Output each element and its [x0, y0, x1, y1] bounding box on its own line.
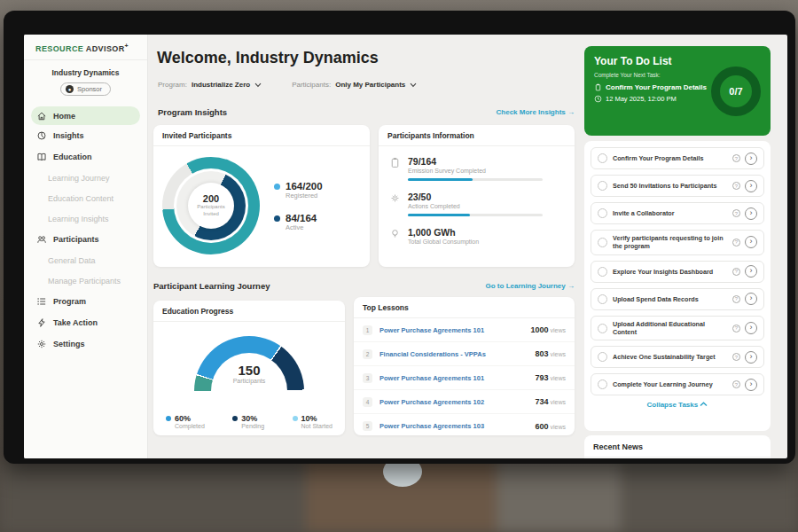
not-started-dot — [293, 416, 298, 421]
task-label: Explore Your Insights Dashboard — [613, 268, 727, 276]
views-count: 600 — [535, 422, 548, 431]
lesson-link[interactable]: Power Purchase Agreements 102 — [379, 398, 533, 406]
next-due-row: 12 May 2025, 12:00 PM — [594, 95, 707, 103]
chevron-right-button[interactable]: › — [745, 379, 757, 391]
sidebar-item-education[interactable]: Education — [24, 146, 147, 168]
task-row: Upload Additional Educational Content ? … — [591, 316, 764, 341]
sidebar-item-education-content[interactable]: Education Content — [24, 188, 147, 208]
gauge-legend: 60% Completed 30% Pending 10% Not Starte… — [153, 403, 345, 429]
todo-tasks-card: Confirm Your Program Details ? › Send 50… — [584, 141, 771, 431]
chevron-right-button[interactable]: › — [745, 322, 757, 334]
lesson-link[interactable]: Power Purchase Agreements 103 — [379, 422, 533, 430]
task-checkbox[interactable] — [598, 294, 607, 304]
sidebar: RESOURCE ADVISOR+ Industry Dynamics ● Sp… — [24, 35, 148, 458]
chevron-down-icon — [410, 82, 417, 88]
task-label: Invite a Collaborator — [613, 209, 727, 217]
sidebar-item-insights[interactable]: Insights — [24, 125, 147, 146]
sidebar-item-label: Manage Participants — [48, 277, 121, 286]
info-icon[interactable]: ? — [732, 239, 740, 246]
task-label: Verify participants requesting to join t… — [613, 234, 727, 251]
program-select[interactable]: Program: Industrialize Zero — [158, 81, 262, 89]
arrow-right-icon: → — [567, 108, 575, 116]
legend-label: Pending — [241, 423, 264, 429]
registered-label: Registered — [286, 192, 323, 200]
task-checkbox[interactable] — [598, 324, 607, 333]
sponsor-icon: ● — [66, 85, 74, 93]
lesson-rank: 3 — [363, 373, 372, 383]
chevron-right-button[interactable]: › — [745, 207, 757, 220]
next-task-label: Confirm Your Program Details — [606, 83, 707, 91]
task-checkbox[interactable] — [598, 238, 607, 247]
lesson-rank: 4 — [363, 397, 372, 407]
legend-value: 30% — [241, 414, 257, 423]
sidebar-item-program[interactable]: Program — [24, 291, 147, 312]
sidebar-item-learning-journey[interactable]: Learning Journey — [24, 168, 147, 188]
section-title: Program Insights — [158, 107, 227, 117]
invited-label-2: Invited — [203, 211, 219, 218]
task-checkbox[interactable] — [598, 153, 607, 163]
lesson-link[interactable]: Financial Considerations - VPPAs — [379, 350, 533, 358]
chevron-right-button[interactable]: › — [745, 293, 757, 305]
chevron-right-button[interactable]: › — [745, 265, 757, 278]
views-suffix: views — [550, 327, 566, 333]
views-count: 734 — [535, 397, 548, 406]
sidebar-item-participants[interactable]: Participants — [24, 229, 147, 250]
sidebar-item-label: Education — [53, 153, 92, 161]
task-checkbox[interactable] — [598, 267, 607, 277]
todo-summary-left: Your To Do List Complete Your Next Task:… — [594, 55, 707, 127]
survey-icon — [389, 156, 401, 169]
clipboard-icon — [594, 82, 602, 92]
info-icon[interactable]: ? — [732, 154, 740, 162]
task-row: Invite a Collaborator ? › — [591, 202, 764, 224]
sidebar-item-settings[interactable]: Settings — [24, 333, 147, 355]
program-value: Industrialize Zero — [192, 81, 250, 89]
participants-select[interactable]: Participants: Only My Participants — [292, 81, 417, 89]
info-icon[interactable]: ? — [732, 182, 740, 190]
logo-resource: RESOURCE — [35, 44, 83, 53]
chevron-right-button[interactable]: › — [745, 153, 757, 165]
learning-journey-header: Participant Learning Journey Go to Learn… — [153, 281, 575, 291]
sidebar-item-label: Insights — [53, 131, 84, 140]
check-more-insights-link[interactable]: Check More Insights → — [497, 108, 575, 116]
page-title: Welcome, Industry Dynamics — [157, 49, 379, 67]
program-label: Program: — [158, 81, 187, 89]
collapse-tasks-link[interactable]: Collapse Tasks — [591, 401, 764, 409]
insights-icon — [36, 130, 47, 141]
action-icon — [36, 317, 47, 328]
participants-stats: 79/164 Emission Survey Completed 23/50 A… — [379, 146, 575, 265]
app-logo: RESOURCE ADVISOR+ — [24, 35, 147, 60]
gauge-value: 150 — [153, 363, 345, 378]
chevron-right-button[interactable]: › — [745, 236, 757, 248]
chevron-right-button[interactable]: › — [745, 180, 757, 192]
info-icon[interactable]: ? — [732, 209, 740, 217]
go-to-learning-journey-link[interactable]: Go to Learning Journey → — [486, 282, 575, 290]
sidebar-item-take-action[interactable]: Take Action — [24, 312, 147, 333]
participants-information-card: Participants Information 79/164 Emission… — [379, 125, 575, 267]
info-icon[interactable]: ? — [732, 353, 740, 361]
donut-legend: 164/200 Registered 84/164 Active — [274, 181, 323, 231]
link-label: Go to Learning Journey — [486, 282, 566, 290]
info-icon[interactable]: ? — [732, 380, 740, 388]
sidebar-item-learning-insights[interactable]: Learning Insights — [24, 208, 147, 229]
lesson-link[interactable]: Power Purchase Agreements 101 — [379, 374, 533, 382]
sponsor-badge: ● Sponsor — [60, 82, 111, 96]
sidebar-item-home[interactable]: Home — [31, 106, 140, 125]
invited-count: 200 — [203, 193, 219, 204]
invited-participants-body: 200 Participants Invited 164/200 Registe… — [153, 146, 370, 265]
task-checkbox[interactable] — [598, 352, 607, 362]
chevron-right-button[interactable]: › — [745, 351, 757, 364]
todo-panel: Your To Do List Complete Your Next Task:… — [584, 35, 771, 458]
task-checkbox[interactable] — [598, 181, 607, 191]
sidebar-item-manage-participants[interactable]: Manage Participants — [24, 270, 147, 291]
lesson-link[interactable]: Power Purchase Agreements 101 — [379, 326, 528, 334]
sidebar-item-general-data[interactable]: General Data — [24, 250, 147, 270]
filters-row: Program: Industrialize Zero Participants… — [158, 81, 417, 89]
info-icon[interactable]: ? — [732, 325, 740, 332]
todo-progress-ring: 0/7 — [711, 66, 761, 116]
info-icon[interactable]: ? — [732, 295, 740, 303]
info-icon[interactable]: ? — [732, 268, 740, 276]
task-checkbox[interactable] — [598, 379, 607, 389]
task-checkbox[interactable] — [598, 208, 607, 218]
views-suffix: views — [550, 424, 566, 430]
gauge-center: 150 Participants — [153, 363, 345, 384]
